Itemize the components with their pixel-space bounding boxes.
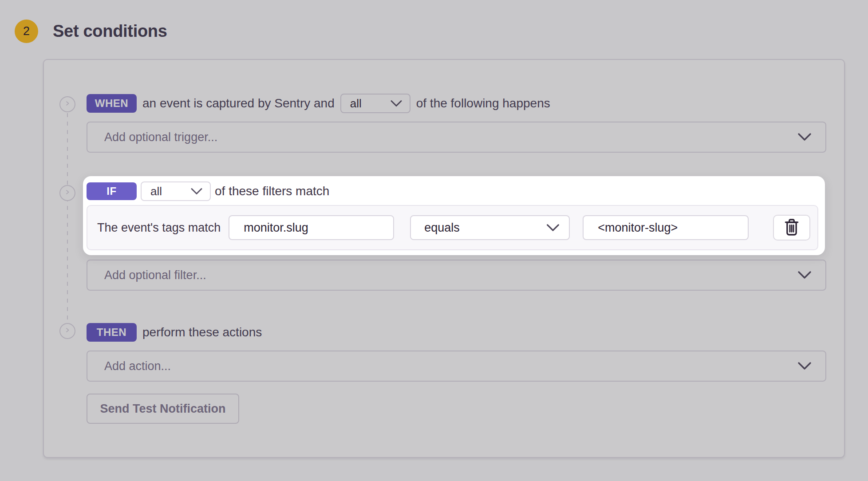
then-step-marker — [59, 323, 75, 339]
trigger-placeholder: Add optional trigger... — [104, 130, 217, 144]
chevron-down-icon — [797, 133, 812, 142]
section-header: 2 Set conditions — [15, 20, 167, 43]
chevron-down-icon — [190, 188, 203, 195]
add-action-select[interactable]: Add action... — [87, 351, 826, 382]
filter-match-value: equals — [424, 221, 460, 235]
chevron-right-icon — [64, 327, 71, 335]
delete-filter-button[interactable] — [773, 215, 810, 240]
chevron-down-icon — [546, 224, 560, 232]
filter-key-input[interactable] — [229, 215, 394, 240]
if-section-spotlight: IF all of these filters match The event'… — [83, 176, 825, 255]
then-text-after: perform these actions — [142, 325, 262, 339]
chevron-right-icon — [64, 100, 71, 109]
trash-icon — [782, 217, 801, 239]
if-aggregate-select[interactable]: all — [141, 181, 211, 201]
filter-condition-row: The event's tags match equals — [87, 205, 818, 250]
when-aggregate-value: all — [350, 97, 362, 110]
add-optional-trigger-select[interactable]: Add optional trigger... — [87, 122, 826, 153]
chevron-down-icon — [797, 362, 812, 371]
send-test-notification-button[interactable]: Send Test Notification — [87, 394, 239, 424]
when-badge: WHEN — [87, 94, 137, 113]
filter-label: The event's tags match — [97, 221, 221, 235]
if-row: IF all of these filters match — [87, 182, 818, 201]
when-row: WHEN an event is captured by Sentry and … — [87, 94, 550, 113]
when-aggregate-select[interactable]: all — [340, 94, 410, 113]
if-step-marker — [59, 185, 75, 201]
filter-value-input[interactable] — [583, 215, 749, 240]
when-text-after: of the following happens — [416, 96, 550, 110]
then-badge: THEN — [87, 323, 137, 342]
if-badge: IF — [87, 182, 137, 200]
alert-rule-builder-page: 2 Set conditions WHEN an event is captur… — [0, 0, 868, 481]
chevron-down-icon — [797, 271, 812, 280]
filter-match-select[interactable]: equals — [410, 215, 570, 240]
step-number-badge: 2 — [15, 20, 38, 43]
if-text-after: of these filters match — [215, 184, 329, 198]
conditions-panel: WHEN an event is captured by Sentry and … — [43, 59, 845, 458]
chevron-right-icon — [64, 189, 71, 197]
action-placeholder: Add action... — [104, 359, 171, 373]
when-text-before: an event is captured by Sentry and — [142, 96, 335, 110]
then-row: THEN perform these actions — [87, 323, 262, 342]
when-step-marker — [59, 96, 75, 112]
chevron-down-icon — [390, 100, 402, 107]
page-title: Set conditions — [53, 22, 167, 41]
timeline-connector — [67, 113, 68, 331]
add-optional-filter-select[interactable]: Add optional filter... — [87, 260, 826, 291]
filter-placeholder: Add optional filter... — [104, 268, 206, 282]
if-aggregate-value: all — [150, 185, 162, 198]
